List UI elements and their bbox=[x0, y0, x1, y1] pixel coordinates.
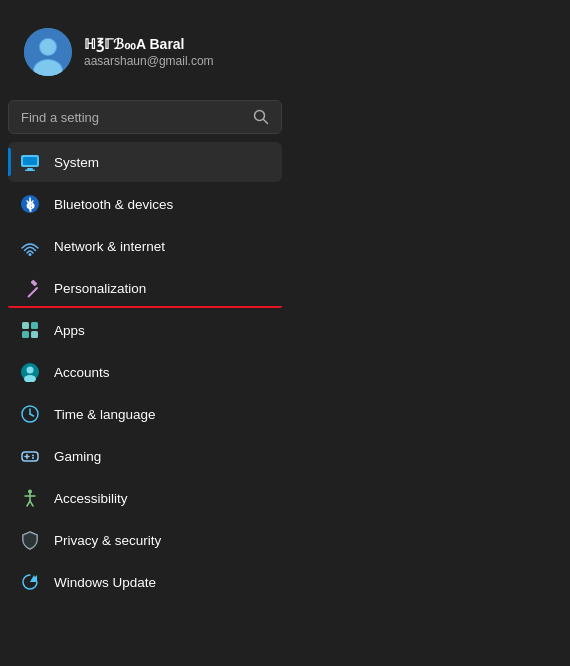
sidebar-item-network[interactable]: Network & internet bbox=[8, 226, 282, 266]
svg-rect-15 bbox=[30, 279, 37, 286]
sidebar-item-bluetooth-label: Bluetooth & devices bbox=[54, 197, 173, 212]
sidebar-item-apps-label: Apps bbox=[54, 323, 85, 338]
user-email: aasarshaun@gmail.com bbox=[84, 54, 214, 68]
sidebar-item-update-label: Windows Update bbox=[54, 575, 156, 590]
svg-rect-10 bbox=[25, 170, 35, 172]
svg-line-25 bbox=[30, 414, 34, 416]
user-info: ℍ℥ℾℬℴ₀A Baral aasarshaun@gmail.com bbox=[84, 36, 214, 68]
svg-rect-8 bbox=[23, 157, 37, 165]
sidebar-item-gaming[interactable]: Gaming bbox=[8, 436, 282, 476]
apps-icon bbox=[20, 320, 40, 340]
privacy-icon bbox=[20, 530, 40, 550]
sidebar-item-accounts[interactable]: Accounts bbox=[8, 352, 282, 392]
svg-rect-16 bbox=[22, 322, 29, 329]
avatar bbox=[24, 28, 72, 76]
sidebar-item-system[interactable]: System bbox=[8, 142, 282, 182]
svg-line-6 bbox=[264, 120, 268, 124]
user-name: ℍ℥ℾℬℴ₀A Baral bbox=[84, 36, 214, 52]
nav-items: System 𝛟 Bluetooth & devices bbox=[0, 142, 290, 658]
sidebar-item-privacy-label: Privacy & security bbox=[54, 533, 161, 548]
sidebar-item-gaming-label: Gaming bbox=[54, 449, 101, 464]
sidebar-item-apps[interactable]: Apps bbox=[8, 310, 282, 350]
sidebar-item-personalization-label: Personalization bbox=[54, 281, 146, 296]
svg-point-21 bbox=[27, 367, 34, 374]
sidebar-item-accounts-label: Accounts bbox=[54, 365, 110, 380]
sidebar: ℍ℥ℾℬℴ₀A Baral aasarshaun@gmail.com bbox=[0, 0, 290, 666]
search-box[interactable] bbox=[8, 100, 282, 134]
search-input[interactable] bbox=[21, 110, 245, 125]
sidebar-item-bluetooth[interactable]: 𝛟 Bluetooth & devices bbox=[8, 184, 282, 224]
search-icon bbox=[253, 109, 269, 125]
sidebar-item-privacy[interactable]: Privacy & security bbox=[8, 520, 282, 560]
time-icon bbox=[20, 404, 40, 424]
svg-point-30 bbox=[32, 457, 34, 459]
active-indicator bbox=[8, 148, 11, 176]
search-container bbox=[0, 100, 290, 134]
network-icon bbox=[20, 236, 40, 256]
accessibility-icon bbox=[20, 488, 40, 508]
user-profile[interactable]: ℍ℥ℾℬℴ₀A Baral aasarshaun@gmail.com bbox=[8, 16, 282, 88]
svg-point-29 bbox=[32, 455, 34, 457]
svg-rect-17 bbox=[31, 322, 38, 329]
svg-rect-19 bbox=[31, 331, 38, 338]
sidebar-item-system-label: System bbox=[54, 155, 99, 170]
sidebar-item-accessibility[interactable]: Accessibility bbox=[8, 478, 282, 518]
personalization-icon bbox=[20, 278, 40, 298]
sidebar-item-time-label: Time & language bbox=[54, 407, 156, 422]
sidebar-item-time[interactable]: Time & language bbox=[8, 394, 282, 434]
system-icon bbox=[20, 152, 40, 172]
sidebar-item-accessibility-label: Accessibility bbox=[54, 491, 128, 506]
svg-rect-14 bbox=[27, 287, 38, 298]
accounts-icon bbox=[20, 362, 40, 382]
gaming-icon bbox=[20, 446, 40, 466]
sidebar-item-update[interactable]: Windows Update bbox=[8, 562, 282, 602]
svg-line-35 bbox=[30, 501, 33, 506]
svg-rect-18 bbox=[22, 331, 29, 338]
sidebar-item-network-label: Network & internet bbox=[54, 239, 165, 254]
svg-point-13 bbox=[29, 253, 32, 256]
bluetooth-icon: 𝛟 bbox=[20, 194, 40, 214]
svg-line-34 bbox=[27, 501, 30, 506]
svg-point-3 bbox=[40, 39, 56, 55]
update-icon bbox=[20, 572, 40, 592]
personalization-red-indicator bbox=[8, 306, 282, 308]
sidebar-item-personalization[interactable]: Personalization bbox=[8, 268, 282, 308]
